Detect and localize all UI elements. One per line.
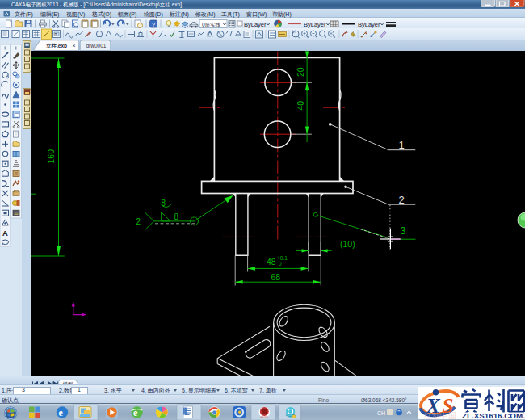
svg-text:?: ?: [152, 21, 156, 28]
svg-text:40: 40: [296, 101, 305, 111]
svg-text:ZL.XS1616.COM: ZL.XS1616.COM: [462, 411, 523, 419]
svg-text:CH: CH: [377, 410, 385, 416]
svg-text:ByLayer: ByLayer: [244, 21, 267, 28]
svg-text:0层实线: 0层实线: [202, 22, 221, 27]
svg-text:20: 20: [296, 67, 305, 77]
svg-text:3: 3: [401, 225, 406, 237]
svg-text:T: T: [55, 32, 57, 37]
svg-text:红动中国: 红动中国: [424, 411, 456, 419]
svg-text:8: 8: [162, 199, 166, 208]
svg-text:2: 2: [136, 217, 141, 226]
svg-text:×: ×: [73, 43, 76, 48]
svg-text:e: e: [133, 407, 138, 418]
svg-text:e: e: [59, 407, 64, 418]
svg-text:ByLayer: ByLayer: [304, 21, 326, 28]
svg-text:2: 2: [399, 194, 405, 206]
svg-text:8: 8: [174, 212, 179, 221]
svg-text:0: 0: [279, 261, 282, 267]
svg-text:(10): (10): [340, 239, 355, 249]
svg-text:+0.1: +0.1: [277, 255, 288, 261]
svg-text:160: 160: [46, 149, 56, 164]
svg-text:A: A: [2, 229, 8, 237]
svg-text:48: 48: [267, 257, 276, 267]
svg-text:68: 68: [271, 272, 281, 282]
svg-text:ByLayer: ByLayer: [358, 21, 380, 28]
svg-text:立柱.exb: 立柱.exb: [45, 43, 67, 48]
svg-text:NEWS: NEWS: [261, 416, 269, 419]
svg-text:drw0001: drw0001: [86, 43, 107, 48]
svg-text:1: 1: [399, 139, 405, 151]
